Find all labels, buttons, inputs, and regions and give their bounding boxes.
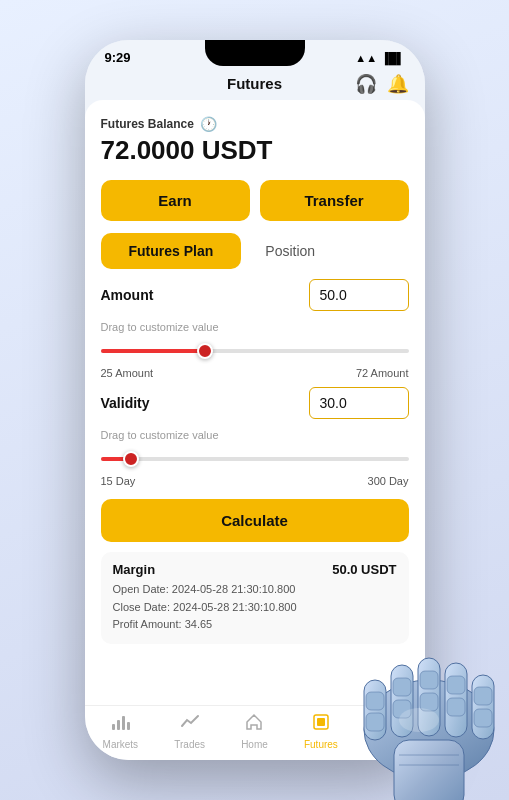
trades-icon — [180, 712, 200, 737]
wallets-label: Wallets — [374, 739, 406, 750]
home-icon — [244, 712, 264, 737]
header-title: Futures — [227, 75, 282, 92]
amount-min-label: 25 Amount — [101, 367, 154, 379]
bottom-nav: Markets Trades Home — [85, 705, 425, 760]
profit-amount: Profit Amount: 34.65 — [113, 616, 397, 634]
margin-value: 50.0 USDT — [332, 562, 396, 577]
validity-label: Validity — [101, 395, 150, 411]
status-time: 9:29 — [105, 50, 131, 65]
svg-rect-6 — [382, 717, 398, 729]
action-buttons: Earn Transfer — [101, 180, 409, 221]
validity-slider-container[interactable] — [101, 457, 409, 461]
trades-label: Trades — [174, 739, 205, 750]
results-detail: Open Date: 2024-05-28 21:30:10.800 Close… — [113, 581, 397, 634]
amount-slider-track — [101, 349, 409, 353]
validity-min-label: 15 Day — [101, 475, 136, 487]
validity-row: Validity — [101, 387, 409, 419]
validity-drag-label: Drag to customize value — [101, 429, 409, 441]
calculate-button[interactable]: Calculate — [101, 499, 409, 542]
nav-markets[interactable]: Markets — [103, 712, 139, 750]
status-icons: ▲▲ ▐█▌ — [355, 52, 404, 64]
transfer-button[interactable]: Transfer — [260, 180, 409, 221]
close-date: Close Date: 2024-05-28 21:30:10.800 — [113, 599, 397, 617]
futures-balance-label: Futures Balance — [101, 117, 194, 131]
clock-icon[interactable]: 🕐 — [200, 116, 217, 132]
nav-futures[interactable]: Futures — [304, 712, 338, 750]
svg-rect-24 — [474, 709, 492, 727]
markets-icon — [110, 712, 130, 737]
svg-rect-22 — [472, 675, 494, 739]
amount-slider-fill — [101, 349, 206, 353]
margin-label: Margin — [113, 562, 156, 577]
amount-label: Amount — [101, 287, 154, 303]
nav-trades[interactable]: Trades — [174, 712, 205, 750]
svg-rect-19 — [445, 663, 467, 737]
svg-rect-2 — [122, 716, 125, 730]
svg-point-7 — [393, 724, 396, 727]
svg-rect-20 — [447, 676, 465, 694]
svg-rect-21 — [447, 698, 465, 716]
svg-rect-5 — [317, 718, 325, 726]
headset-icon[interactable]: 🎧 — [355, 73, 377, 95]
amount-slider-container[interactable] — [101, 349, 409, 353]
form-section: Amount Drag to customize value 25 Amount… — [101, 279, 409, 542]
validity-slider-track — [101, 457, 409, 461]
main-content: Futures Balance 🕐 72.0000 USDT Earn Tran… — [85, 100, 425, 705]
svg-rect-1 — [117, 720, 120, 730]
wifi-icon: ▲▲ — [355, 52, 377, 64]
open-date: Open Date: 2024-05-28 21:30:10.800 — [113, 581, 397, 599]
validity-slider-thumb[interactable] — [123, 451, 139, 467]
header-icon-group: 🎧 🔔 — [355, 73, 409, 95]
plan-tabs: Futures Plan Position — [101, 233, 409, 269]
amount-row: Amount — [101, 279, 409, 311]
futures-nav-icon — [311, 712, 331, 737]
amount-drag-label: Drag to customize value — [101, 321, 409, 333]
nav-home[interactable]: Home — [241, 712, 268, 750]
futures-nav-label: Futures — [304, 739, 338, 750]
amount-range-labels: 25 Amount 72 Amount — [101, 367, 409, 379]
battery-icon: ▐█▌ — [381, 52, 404, 64]
notch — [205, 40, 305, 66]
amount-slider-thumb[interactable] — [197, 343, 213, 359]
svg-rect-0 — [112, 724, 115, 730]
tab-futures-plan[interactable]: Futures Plan — [101, 233, 242, 269]
svg-rect-3 — [127, 722, 130, 730]
status-bar: 9:29 ▲▲ ▐█▌ — [85, 40, 425, 69]
amount-max-label: 72 Amount — [356, 367, 409, 379]
nav-wallets[interactable]: Wallets — [374, 712, 406, 750]
validity-max-label: 300 Day — [368, 475, 409, 487]
phone-frame: 9:29 ▲▲ ▐█▌ Futures 🎧 🔔 Futures Balance … — [85, 40, 425, 760]
balance-amount: 72.0000 USDT — [101, 135, 409, 166]
tab-position[interactable]: Position — [241, 233, 339, 269]
home-label: Home — [241, 739, 268, 750]
amount-input[interactable] — [309, 279, 409, 311]
results-main-row: Margin 50.0 USDT — [113, 562, 397, 577]
balance-section: Futures Balance 🕐 72.0000 USDT — [101, 114, 409, 170]
validity-range-labels: 15 Day 300 Day — [101, 475, 409, 487]
wallets-icon — [380, 712, 400, 737]
app-header: Futures 🎧 🔔 — [85, 69, 425, 100]
markets-label: Markets — [103, 739, 139, 750]
validity-input[interactable] — [309, 387, 409, 419]
results-section: Margin 50.0 USDT Open Date: 2024-05-28 2… — [101, 552, 409, 644]
svg-rect-23 — [474, 687, 492, 705]
earn-button[interactable]: Earn — [101, 180, 250, 221]
balance-label-row: Futures Balance 🕐 — [101, 116, 409, 132]
bell-icon[interactable]: 🔔 — [387, 73, 409, 95]
